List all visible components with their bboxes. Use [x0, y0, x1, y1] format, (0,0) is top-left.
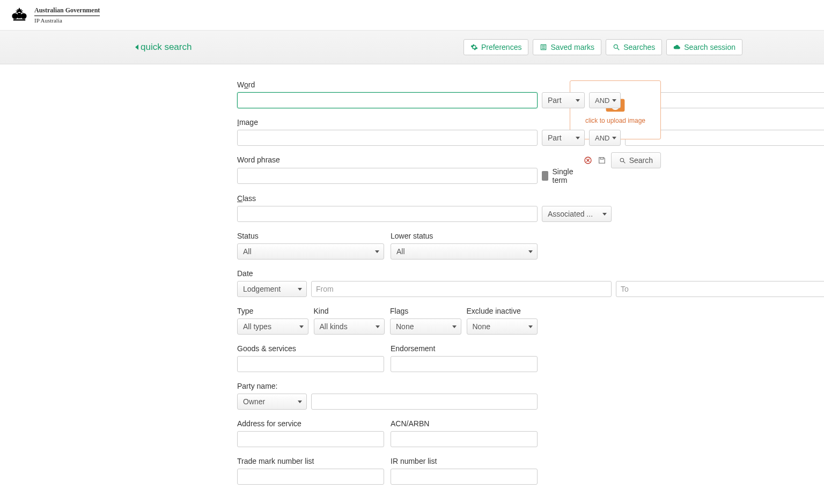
exclude-inactive-select[interactable]: None — [467, 318, 538, 335]
org-label: IP Australia — [34, 17, 100, 24]
image-operator-select[interactable]: AND — [589, 130, 621, 146]
flags-label: Flags — [390, 307, 461, 315]
svg-line-5 — [617, 48, 620, 50]
svg-rect-7 — [600, 158, 603, 159]
lower-status-label: Lower status — [391, 232, 538, 240]
quick-search-label: quick search — [141, 42, 192, 53]
status-label: Status — [237, 232, 384, 240]
class-associated-select[interactable]: Associated ... — [542, 206, 612, 222]
goods-services-label: Goods & services — [237, 344, 384, 353]
gear-icon — [470, 43, 478, 51]
saved-marks-button[interactable]: Saved marks — [533, 39, 601, 55]
svg-rect-3 — [13, 19, 25, 20]
svg-point-8 — [620, 158, 624, 162]
date-from-input[interactable] — [311, 281, 612, 297]
type-label: Type — [237, 307, 308, 315]
subnav: quick search Preferences Saved marks Sea… — [0, 31, 824, 64]
image-part-select-1[interactable]: Part — [542, 130, 585, 146]
checkbox-icon — [542, 171, 548, 181]
list-icon — [540, 43, 547, 51]
ir-number-list-input[interactable] — [391, 469, 538, 485]
party-name-label: Party name: — [237, 382, 538, 390]
save-button[interactable] — [597, 155, 607, 165]
acn-arbn-input[interactable] — [391, 431, 538, 447]
exclude-inactive-label: Exclude inactive — [467, 307, 538, 315]
gov-label: Australian Government — [34, 6, 100, 16]
logo-text: Australian Government IP Australia — [34, 6, 100, 24]
type-select[interactable]: All types — [237, 318, 308, 335]
cloud-icon — [673, 43, 681, 51]
chevron-left-icon — [135, 45, 138, 50]
save-icon — [598, 156, 606, 165]
address-service-input[interactable] — [237, 431, 384, 447]
word-part-select-1[interactable]: Part — [542, 92, 585, 108]
search-icon — [619, 157, 626, 164]
svg-point-0 — [12, 13, 18, 19]
ir-number-list-label: IR number list — [391, 457, 538, 465]
party-name-input[interactable] — [311, 394, 538, 410]
word-operator-select[interactable]: AND — [589, 92, 621, 108]
kind-label: Kind — [314, 307, 385, 315]
word-phrase-label: Word phrase — [237, 155, 538, 164]
flags-select[interactable]: None — [390, 318, 461, 335]
preferences-button[interactable]: Preferences — [464, 39, 528, 55]
endorsement-label: Endorsement — [391, 344, 538, 353]
party-type-select[interactable]: Owner — [237, 394, 307, 410]
word-phrase-input[interactable] — [237, 168, 538, 184]
class-label: Class — [237, 194, 538, 203]
image-input-1[interactable] — [237, 130, 538, 146]
search-icon — [613, 43, 620, 51]
tm-number-list-input[interactable] — [237, 469, 384, 485]
svg-point-1 — [20, 13, 26, 19]
word-label: Word — [237, 80, 538, 89]
svg-point-4 — [614, 45, 617, 48]
tm-number-list-label: Trade mark number list — [237, 457, 384, 465]
clear-button[interactable] — [583, 155, 593, 165]
search-session-button[interactable]: Search session — [666, 39, 742, 55]
acn-arbn-label: ACN/ARBN — [391, 419, 538, 428]
endorsement-input[interactable] — [391, 356, 538, 372]
close-circle-icon — [584, 156, 592, 165]
status-select[interactable]: All — [237, 243, 384, 260]
svg-rect-2 — [18, 13, 21, 18]
coat-of-arms-icon — [9, 4, 30, 26]
date-type-select[interactable]: Lodgement — [237, 281, 307, 297]
kind-select[interactable]: All kinds — [314, 318, 385, 335]
top-header: Australian Government IP Australia — [0, 0, 824, 31]
quick-search-link[interactable]: quick search — [135, 42, 192, 53]
svg-line-9 — [623, 161, 625, 163]
class-input[interactable] — [237, 206, 538, 222]
search-button[interactable]: Search — [611, 152, 661, 168]
lower-status-select[interactable]: All — [391, 243, 538, 260]
searches-button[interactable]: Searches — [606, 39, 662, 55]
upload-caption: click to upload image — [585, 117, 645, 124]
goods-services-input[interactable] — [237, 356, 384, 372]
word-input-1[interactable] — [237, 92, 538, 108]
date-label: Date — [237, 269, 538, 278]
address-service-label: Address for service — [237, 419, 384, 428]
image-label: Image — [237, 118, 538, 127]
